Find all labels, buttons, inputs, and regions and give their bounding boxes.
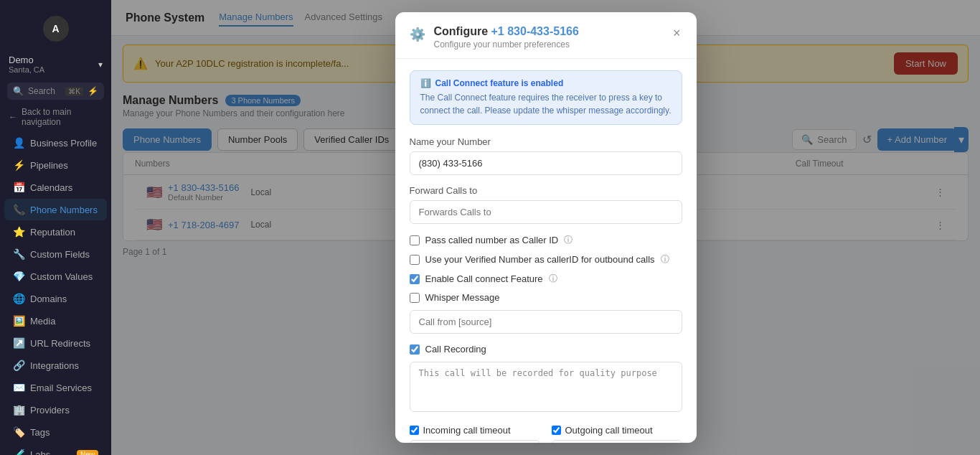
sidebar-item-media[interactable]: 🖼️ Media — [4, 310, 107, 332]
whisper-label: Whisper Message — [425, 292, 500, 303]
modal-phone: +1 830-433-5166 — [491, 25, 579, 37]
sidebar-item-label: Email Services — [30, 383, 92, 393]
search-icon: 🔍 — [13, 86, 24, 96]
calendars-icon: 📅 — [13, 182, 24, 193]
pass-caller-id-row: Pass called number as Caller ID ⓘ — [410, 234, 682, 246]
sidebar-item-email-services[interactable]: ✉️ Email Services — [4, 377, 107, 398]
info-icon[interactable]: ⓘ — [564, 234, 573, 246]
outgoing-timeout-col: Outgoing call timeout — [552, 425, 682, 443]
whisper-field-group — [410, 310, 682, 334]
demo-sublabel: Santa, CA — [9, 65, 44, 74]
sidebar-item-label: Business Profile — [30, 138, 97, 149]
info-banner: ℹ️ Call Connect feature is enabled The C… — [410, 70, 682, 125]
use-verified-row: Use your Verified Number as callerID for… — [410, 253, 682, 266]
forward-input[interactable] — [410, 200, 682, 224]
modal-body: ℹ️ Call Connect feature is enabled The C… — [395, 59, 697, 443]
sidebar-item-custom-fields[interactable]: 🔧 Custom Fields — [4, 243, 107, 265]
sidebar-item-url-redirects[interactable]: ↗️ URL Redirects — [4, 332, 107, 354]
sidebar-item-business-profile[interactable]: 👤 Business Profile — [4, 132, 107, 154]
outgoing-timeout-label: Outgoing call timeout — [552, 425, 682, 436]
main-content: Phone System Manage NumbersAdvanced Sett… — [111, 0, 980, 455]
labs-icon: 🧪 — [13, 449, 24, 455]
name-label: Name your Number — [410, 136, 682, 147]
sidebar-search[interactable]: 🔍 Search ⌘K ⚡ — [7, 83, 104, 100]
sidebar-item-label: Integrations — [30, 360, 79, 371]
whisper-checkbox[interactable] — [410, 293, 420, 303]
sidebar-item-integrations[interactable]: 🔗 Integrations — [4, 355, 107, 376]
sidebar-item-label: Custom Fields — [30, 249, 90, 260]
name-input[interactable] — [410, 151, 682, 175]
sidebar-item-domains[interactable]: 🌐 Domains — [4, 288, 107, 309]
outgoing-timeout-input[interactable] — [552, 440, 682, 443]
sidebar-item-providers[interactable]: 🏢 Providers — [4, 399, 107, 421]
sidebar-item-tags[interactable]: 🏷️ Tags — [4, 421, 107, 443]
lightning-icon: ⚡ — [88, 86, 98, 96]
sidebar-item-label: Providers — [30, 405, 70, 416]
sidebar-item-label: Pipelines — [30, 160, 68, 171]
info-banner-text: The Call Connect feature requires the re… — [420, 91, 672, 117]
custom-values-icon: 💎 — [13, 271, 24, 282]
search-shortcut: ⌘K — [65, 87, 83, 96]
sidebar-item-label: Reputation — [30, 227, 75, 238]
incoming-timeout-input[interactable] — [410, 440, 540, 443]
sidebar-item-labs[interactable]: 🧪 Labs New — [4, 444, 107, 455]
call-recording-row: Call Recording — [410, 344, 682, 355]
pass-caller-id-checkbox[interactable] — [410, 235, 420, 245]
modal-overlay: ⚙️ Configure +1 830-433-5166 Configure y… — [111, 0, 980, 455]
url-redirects-icon: ↗️ — [13, 337, 24, 349]
enable-call-connect-label: Enable Call connect Feature — [425, 273, 543, 284]
configure-modal: ⚙️ Configure +1 830-433-5166 Configure y… — [395, 12, 697, 443]
info-icon[interactable]: ⓘ — [661, 253, 669, 266]
call-recording-checkbox[interactable] — [410, 344, 420, 355]
gear-icon: ⚙️ — [410, 27, 425, 42]
forward-field-group: Forward Calls to — [410, 185, 682, 224]
call-recording-textarea-group: This call will be recorded for quality p… — [410, 362, 682, 415]
sidebar-item-phone-numbers[interactable]: 📞 Phone Numbers — [4, 199, 107, 220]
email-services-icon: ✉️ — [13, 382, 24, 393]
sidebar-item-label: Media — [30, 316, 55, 327]
incoming-timeout-col: Incoming call timeout — [410, 425, 540, 443]
avatar: A — [43, 16, 69, 42]
info-icon: ℹ️ — [420, 78, 431, 88]
phone-numbers-icon: 📞 — [13, 204, 24, 215]
sidebar-item-pipelines[interactable]: ⚡ Pipelines — [4, 154, 107, 176]
demo-label: Demo — [9, 55, 44, 65]
outgoing-timeout-checkbox[interactable] — [552, 426, 561, 435]
sidebar-item-reputation[interactable]: ⭐ Reputation — [4, 221, 107, 243]
incoming-timeout-checkbox[interactable] — [410, 426, 419, 435]
enable-call-connect-row: Enable Call connect Feature ⓘ — [410, 273, 682, 285]
pass-caller-id-label: Pass called number as Caller ID — [425, 235, 559, 245]
sidebar-item-label: Tags — [30, 427, 50, 438]
incoming-timeout-label: Incoming call timeout — [410, 425, 540, 436]
modal-subtitle: Configure your number preferences — [434, 39, 579, 50]
chevron-down-icon: ▾ — [98, 60, 103, 70]
pipelines-icon: ⚡ — [13, 159, 24, 171]
back-label: Back to main navigation — [22, 107, 103, 127]
sidebar-demo[interactable]: Demo Santa, CA ▾ — [0, 49, 111, 80]
sidebar-item-label: URL Redirects — [30, 338, 90, 349]
info-banner-title: ℹ️ Call Connect feature is enabled — [420, 78, 672, 88]
domains-icon: 🌐 — [13, 293, 24, 304]
sidebar-item-label: Phone Numbers — [30, 205, 98, 215]
reputation-icon: ⭐ — [13, 226, 24, 238]
integrations-icon: 🔗 — [13, 360, 24, 371]
use-verified-checkbox[interactable] — [410, 255, 420, 265]
tags-icon: 🏷️ — [13, 426, 24, 438]
name-field-group: Name your Number — [410, 136, 682, 175]
sidebar-item-calendars[interactable]: 📅 Calendars — [4, 177, 107, 198]
sidebar-item-custom-values[interactable]: 💎 Custom Values — [4, 266, 107, 287]
arrow-left-icon: ← — [9, 112, 17, 122]
search-label: Search — [28, 86, 61, 96]
sidebar-item-label: Domains — [30, 294, 67, 304]
modal-title: Configure +1 830-433-5166 — [434, 25, 579, 38]
whisper-input[interactable] — [410, 310, 682, 334]
close-button[interactable]: × — [672, 25, 682, 41]
modal-header: ⚙️ Configure +1 830-433-5166 Configure y… — [395, 12, 697, 59]
business-profile-icon: 👤 — [13, 137, 24, 149]
call-recording-textarea[interactable]: This call will be recorded for quality p… — [410, 362, 682, 412]
whisper-row: Whisper Message — [410, 292, 682, 303]
info-icon[interactable]: ⓘ — [549, 273, 557, 285]
enable-call-connect-checkbox[interactable] — [410, 274, 420, 284]
back-nav[interactable]: ← Back to main navigation — [0, 103, 111, 131]
use-verified-label: Use your Verified Number as callerID for… — [425, 254, 655, 265]
